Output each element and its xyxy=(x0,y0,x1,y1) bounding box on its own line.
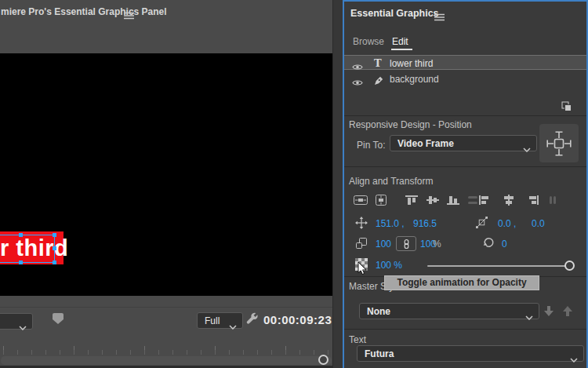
selection-handle-bottom-right[interactable] xyxy=(53,261,56,264)
premiere-workspace: miere Pro's Essential Graphics Panel r t… xyxy=(0,0,588,368)
rotation-icon[interactable] xyxy=(482,236,495,252)
selection-handle-right[interactable] xyxy=(53,246,56,250)
push-style-down-icon[interactable] xyxy=(544,305,554,316)
opacity-slider-handle[interactable] xyxy=(564,261,575,271)
selection-handle-top-right[interactable] xyxy=(53,233,56,237)
chain-link-icon xyxy=(402,239,411,250)
layer-name: background xyxy=(390,74,439,85)
pin-to-label: Pin To: xyxy=(357,140,385,151)
layer-row-lower-third[interactable]: T lower third xyxy=(344,55,586,70)
settings-wrench-icon[interactable] xyxy=(245,312,259,329)
zoom-level-dropdown[interactable] xyxy=(0,313,33,330)
scale-unit-label: % xyxy=(433,239,441,250)
align-left-icon[interactable] xyxy=(477,194,493,207)
scale-x-value[interactable]: 100 xyxy=(376,239,391,250)
monitor-divider xyxy=(0,307,332,308)
align-transform-heading: Align and Transform xyxy=(349,176,433,187)
essential-graphics-panel: Essential Graphics Browse Edit T lower t… xyxy=(343,0,588,368)
tab-browse[interactable]: Browse xyxy=(353,36,384,47)
current-timecode[interactable]: 00:00:09:23 xyxy=(263,313,332,326)
master-styles-value: None xyxy=(367,306,390,317)
position-x-value[interactable]: 151.0 , xyxy=(376,218,405,229)
panel-title: Essential Graphics xyxy=(350,8,439,19)
align-top-icon[interactable] xyxy=(404,194,419,207)
responsive-design-heading: Responsive Design - Position xyxy=(349,119,472,130)
scrollbar-zoom-handle[interactable] xyxy=(318,355,328,365)
program-monitor-panel: miere Pro's Essential Graphics Panel r t… xyxy=(0,0,332,368)
opacity-value[interactable]: 100 % xyxy=(376,260,402,271)
text-layer-icon: T xyxy=(374,57,382,69)
selection-handle-top[interactable] xyxy=(19,233,23,237)
position-y-value[interactable]: 916.5 xyxy=(413,218,437,229)
align-vertical-center-icon[interactable] xyxy=(425,194,441,207)
panel-gutter xyxy=(332,0,343,368)
layer-name: lower third xyxy=(390,58,433,69)
anchor-y-value[interactable]: 0.0 xyxy=(532,218,545,229)
tooltip: Toggle animation for Opacity xyxy=(384,275,539,290)
video-canvas[interactable]: r third xyxy=(0,53,332,296)
align-horizontal-center-icon[interactable] xyxy=(501,194,517,207)
chevron-down-icon xyxy=(229,319,237,333)
align-right-icon[interactable] xyxy=(524,194,540,207)
text-section-heading: Text xyxy=(349,334,366,345)
pin-anchor-widget[interactable] xyxy=(539,124,579,162)
playback-resolution-dropdown[interactable]: Full xyxy=(197,312,243,329)
pen-shape-layer-icon xyxy=(374,75,383,89)
align-center-vertically-icon[interactable] xyxy=(373,194,389,207)
section-divider xyxy=(344,115,586,116)
selection-bounding-box[interactable] xyxy=(0,235,55,263)
rotation-value[interactable]: 0 xyxy=(502,239,507,250)
scale-icon[interactable] xyxy=(355,237,368,253)
tab-edit[interactable]: Edit xyxy=(392,36,408,47)
opacity-slider-track[interactable] xyxy=(427,265,570,267)
monitor-scrollbar[interactable] xyxy=(1,356,332,365)
new-layer-icon[interactable] xyxy=(561,100,572,115)
align-bottom-icon[interactable] xyxy=(445,194,461,207)
align-center-horizontally-icon[interactable] xyxy=(353,194,368,207)
link-scale-toggle[interactable] xyxy=(396,236,416,251)
chevron-down-icon xyxy=(19,319,27,333)
pin-diagram-icon xyxy=(543,128,575,159)
monitor-time-ruler[interactable] xyxy=(3,346,331,355)
chevron-down-icon xyxy=(570,352,578,366)
pull-style-up-icon[interactable] xyxy=(563,305,573,316)
mouse-cursor-icon xyxy=(358,261,368,279)
anchor-x-value[interactable]: 0.0 , xyxy=(498,218,516,229)
font-family-dropdown[interactable]: Futura xyxy=(357,345,584,362)
chevron-down-icon xyxy=(525,309,533,323)
layer-row-background[interactable]: background xyxy=(344,71,586,86)
section-divider xyxy=(344,329,586,330)
chevron-down-icon xyxy=(523,141,531,155)
pin-to-dropdown[interactable]: Video Frame xyxy=(390,135,537,151)
font-family-value: Futura xyxy=(365,348,394,359)
panel-menu-icon[interactable] xyxy=(124,9,134,23)
active-tab-underline xyxy=(391,49,412,50)
monitor-tab-title[interactable]: miere Pro's Essential Graphics Panel xyxy=(1,6,167,17)
visibility-eye-icon[interactable] xyxy=(352,75,363,89)
section-divider xyxy=(344,166,586,167)
selection-handle-bottom[interactable] xyxy=(19,261,23,264)
anchor-point-icon[interactable] xyxy=(476,217,488,231)
distribute-horizontally-icon[interactable] xyxy=(545,194,561,207)
add-marker-icon[interactable] xyxy=(52,312,64,328)
master-styles-dropdown[interactable]: None xyxy=(359,303,539,319)
playback-resolution-value: Full xyxy=(205,315,220,326)
panel-menu-icon[interactable] xyxy=(434,10,445,24)
pin-to-value: Video Frame xyxy=(397,138,454,149)
position-move-icon[interactable] xyxy=(355,217,368,232)
